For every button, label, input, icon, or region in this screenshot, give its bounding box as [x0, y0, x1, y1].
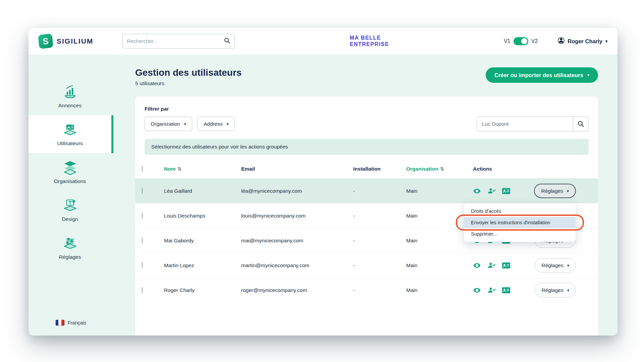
- row-settings-button[interactable]: Réglages ▾: [534, 184, 576, 198]
- row-checkbox[interactable]: [142, 237, 143, 244]
- filter-label: Filtrer par: [145, 106, 589, 112]
- toggle-knob: [521, 38, 527, 44]
- cell-organisation: Main: [406, 238, 473, 244]
- chevron-down-icon: ▾: [605, 39, 607, 43]
- filter-organization-dropdown[interactable]: Organization ▾: [145, 117, 192, 131]
- company-name: Ma Belle Entreprise: [350, 35, 389, 48]
- cell-organisation: Main: [406, 262, 473, 268]
- row-checkbox[interactable]: [142, 287, 143, 293]
- impersonate-user-button[interactable]: [487, 286, 495, 294]
- main-content: Gestion des utilisateurs 5 utilisateurs …: [113, 55, 618, 336]
- cell-name: Léa Gaillard: [164, 188, 241, 194]
- announcements-icon: [62, 84, 78, 100]
- chevron-down-icon: ▾: [587, 73, 589, 77]
- brand-logo[interactable]: S SIGILIUM: [39, 34, 122, 48]
- cell-organisation: Main: [406, 287, 473, 293]
- row-checkbox[interactable]: [142, 213, 143, 219]
- sidebar-item-label: Utilisateurs: [57, 140, 83, 146]
- menu-item-envoyer-instructions[interactable]: Envoyer les instructions d'installation: [464, 217, 576, 228]
- column-organisation[interactable]: Organisation⇅: [406, 166, 473, 172]
- cell-email: martin@mynicecompany.com: [241, 262, 353, 268]
- filter-address-dropdown[interactable]: Address ▾: [198, 117, 235, 131]
- cell-installation: -: [353, 262, 406, 268]
- user-search-input[interactable]: [477, 116, 573, 131]
- version-toggle[interactable]: [514, 37, 528, 45]
- cell-name: Mai Gabordy: [164, 238, 241, 244]
- select-all-checkbox[interactable]: [142, 166, 143, 172]
- column-actions: Actions: [473, 166, 598, 172]
- sort-icon[interactable]: ⇅: [177, 166, 181, 172]
- cell-email: louis@mynicecompany.com: [241, 213, 353, 219]
- french-flag-icon: [56, 320, 64, 325]
- column-nom[interactable]: Nom⇅: [164, 166, 241, 172]
- table-header: Nom⇅ Email Installation Organisation⇅ Ac…: [135, 160, 598, 178]
- cell-email: roger@mynicecompany.com: [241, 287, 353, 293]
- language-selector[interactable]: Français: [29, 320, 113, 325]
- top-bar: S SIGILIUM Ma Belle Entreprise V1 V2 Rog…: [29, 28, 618, 55]
- cell-installation: -: [353, 287, 406, 293]
- cell-name: Roger Charly: [164, 287, 241, 293]
- page-title: Gestion des utilisateurs: [135, 67, 241, 78]
- user-search-button[interactable]: [573, 116, 589, 131]
- sidebar-item-design[interactable]: Design: [29, 191, 113, 229]
- table-row: Léa Gaillard léa@mynicecompany.com - Mai…: [135, 178, 598, 203]
- sidebar-item-label: Design: [62, 216, 78, 222]
- id-card-button[interactable]: [502, 187, 511, 195]
- sidebar-item-label: Réglages: [59, 254, 81, 260]
- cell-organisation: Main: [406, 188, 473, 194]
- user-menu[interactable]: Roger Charly ▾: [558, 37, 607, 45]
- column-installation: Installation: [353, 166, 406, 172]
- bulk-actions-banner: Sélectionnez des utilisateurs pour voir …: [145, 139, 589, 155]
- settings-dropdown-menu: Droits d'accès Envoyer les instructions …: [464, 203, 576, 242]
- create-import-users-button[interactable]: Créer ou importer des utilisateurs ▾: [486, 67, 598, 83]
- app-window: S SIGILIUM Ma Belle Entreprise V1 V2 Rog…: [29, 28, 618, 336]
- chevron-down-icon: ▾: [567, 263, 569, 267]
- version-switch: V1 V2: [504, 37, 538, 45]
- version-v2-label: V2: [531, 38, 538, 44]
- view-user-button[interactable]: [473, 187, 481, 195]
- column-email: Email: [241, 166, 353, 172]
- sidebar: Annonces Utilisateurs: [29, 55, 113, 336]
- search-icon[interactable]: [224, 37, 230, 45]
- row-checkbox[interactable]: [142, 188, 143, 194]
- cell-email: léa@mynicecompany.com: [241, 188, 353, 194]
- menu-item-supprimer[interactable]: Supprimer...: [464, 228, 576, 240]
- sidebar-item-organisations[interactable]: Organisations: [29, 153, 113, 191]
- id-card-button[interactable]: [502, 287, 511, 294]
- global-search-input[interactable]: [127, 38, 221, 44]
- cell-name: Martin Lopez: [164, 262, 241, 268]
- sort-icon[interactable]: ⇅: [440, 166, 444, 172]
- global-search: [122, 34, 235, 49]
- language-label: Français: [68, 320, 87, 325]
- sidebar-item-label: Annonces: [58, 103, 82, 109]
- impersonate-user-button[interactable]: [487, 261, 495, 269]
- users-icon: [62, 122, 78, 137]
- sidebar-item-utilisateurs[interactable]: Utilisateurs: [29, 115, 113, 153]
- impersonate-user-button[interactable]: [487, 187, 495, 195]
- users-card: Filtrer par Organization ▾ Address ▾: [135, 97, 598, 336]
- design-icon: [62, 198, 78, 213]
- chevron-down-icon: ▾: [567, 189, 569, 193]
- menu-item-droits-acces[interactable]: Droits d'accès: [464, 205, 576, 217]
- id-card-button[interactable]: [502, 262, 511, 269]
- sidebar-item-reglages[interactable]: Réglages: [29, 229, 113, 267]
- view-user-button[interactable]: [473, 261, 481, 269]
- user-count: 5 utilisateurs: [135, 80, 241, 86]
- cell-organisation: Main: [406, 213, 473, 219]
- sidebar-item-annonces[interactable]: Annonces: [29, 77, 113, 115]
- table-row: Roger Charly roger@mynicecompany.com - M…: [135, 278, 598, 302]
- version-v1-label: V1: [504, 38, 511, 44]
- view-user-button[interactable]: [473, 286, 481, 294]
- row-checkbox[interactable]: [142, 262, 143, 268]
- row-settings-button[interactable]: Réglages ▾: [535, 283, 576, 297]
- cell-installation: -: [353, 188, 406, 194]
- chevron-down-icon: ▾: [227, 122, 229, 126]
- organisations-icon: [62, 160, 78, 175]
- row-settings-button[interactable]: Réglages ▾: [535, 258, 576, 273]
- chevron-down-icon: ▾: [184, 122, 186, 126]
- brand-name: SIGILIUM: [57, 37, 93, 45]
- cell-name: Louis Deschamps: [164, 213, 241, 219]
- cell-installation: -: [353, 213, 406, 219]
- user-search-group: [477, 116, 589, 131]
- user-name: Roger Charly: [568, 38, 602, 45]
